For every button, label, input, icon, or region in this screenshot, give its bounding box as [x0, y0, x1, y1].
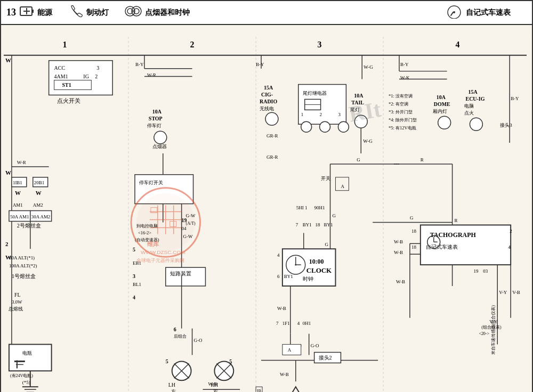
left-label: 左	[171, 389, 176, 392]
connector-a: A	[288, 348, 292, 353]
relay-num3: 3	[338, 112, 341, 117]
circuit-diagram: 1 2 3 4 W ACC 3 4AM1 IG 2 ST1 点火开关 W W W…	[1, 25, 532, 392]
relay-num1: 1	[301, 112, 303, 117]
wire-w-ib1: W	[15, 190, 21, 196]
tachograph-subtitle: 自记式车速表	[426, 244, 458, 250]
num-5-eb1: 5	[133, 247, 135, 252]
wire-r: R	[421, 157, 424, 162]
2b1-label: 20B1	[34, 180, 44, 185]
ig-num: 2	[95, 74, 98, 79]
connector3-label: 接头3	[500, 123, 512, 128]
dome-desc: 厢内灯	[433, 109, 447, 114]
battery-note: (*5)	[22, 380, 30, 385]
wire-wb-col3: W-B	[277, 306, 286, 311]
svg-text:WWW.DZSC.COM: WWW.DZSC.COM	[141, 249, 185, 255]
note-2: *2: 有空调	[389, 101, 408, 107]
wire-wg-after: W-G	[363, 138, 373, 144]
stop-label: STOP	[149, 116, 163, 121]
cig-label: CIG-	[261, 92, 273, 97]
ignition-switch-label: 点火开关	[57, 97, 80, 104]
wire-w-left: W	[5, 169, 11, 176]
fuse-box-2-label: 2号熔丝盒	[17, 223, 41, 228]
wire-by-col4: B-Y	[400, 62, 409, 67]
phone-icon	[68, 4, 83, 21]
bl1-label: BL1	[133, 282, 141, 287]
speedo-icon	[446, 4, 463, 21]
rear-combo: 后组合	[174, 334, 187, 339]
header-section-speedo: 自记式车速表	[446, 4, 511, 21]
note-3: *3: 外开门型	[389, 109, 413, 115]
svg-rect-16	[54, 80, 92, 90]
dome-label: DOME	[434, 101, 450, 107]
wire-vb: V-B	[512, 290, 520, 295]
wire-wb-tacho1: W-B	[394, 239, 403, 244]
ecu-desc-line2: 点火	[465, 110, 474, 116]
num-4: 4	[133, 295, 135, 300]
radio-label: RADIO	[260, 99, 277, 104]
num-4-col3: 4	[277, 252, 280, 258]
num-2-tacho: 2	[510, 228, 512, 234]
wire-vy: V-Y	[499, 290, 507, 295]
num-4-tacho: 4	[508, 244, 511, 250]
ig-label: IG	[83, 74, 89, 79]
alt-80-label: 80A ALT(*1)	[9, 255, 35, 260]
num-2-left: 2	[5, 241, 8, 247]
acc-num: 3	[96, 65, 99, 71]
clock-chinese-label: 时钟	[303, 276, 313, 282]
num-3-bl1: 3	[133, 273, 135, 279]
note-1: *1: 没有空调	[389, 93, 413, 99]
num-18b-tacho: 18	[411, 244, 416, 250]
lighter-icon	[125, 4, 142, 21]
parking-brake-label: 停车灯开关	[139, 180, 163, 185]
alt-100-label: 100A ALT(*2)	[9, 263, 37, 268]
lighter-fuse-label: 点烟器	[152, 144, 167, 149]
battery-24v: (有24V电瓶)	[10, 373, 33, 378]
battery-icon	[19, 4, 34, 21]
num-19-right: 19	[473, 268, 478, 274]
wire-go-col3b: G-O	[311, 343, 319, 348]
by1-label2: BY1	[324, 222, 333, 227]
lh-label: LH	[168, 382, 175, 388]
col-4: 4	[456, 40, 460, 49]
header-label-brake: 制动灯	[86, 8, 109, 18]
num-03: 03	[483, 268, 488, 274]
relay-num2: 2	[320, 112, 322, 117]
page-number: 13	[6, 7, 16, 18]
tachograph-title: TACHOGRAPH	[430, 231, 477, 239]
wire-wb-bottom2: W-B	[208, 381, 217, 387]
ecu-15a: 15A	[468, 89, 478, 95]
wire-by-col3: B-Y	[256, 62, 264, 67]
num-5hl: 5HI 1	[296, 205, 308, 210]
combo-note: (组合仪表)	[481, 325, 502, 330]
header-section-brake: 制动灯	[68, 4, 109, 21]
radio-desc: 无线电	[260, 106, 274, 111]
num-6-col2: 6	[174, 326, 176, 332]
wire-wb-vert: W-B	[280, 372, 289, 377]
note-5: *5: 有12V电瓶	[389, 125, 416, 130]
top-header: 13 能源 制动灯 点烟器和时钟 自记式车速表	[1, 1, 532, 25]
wire-wb-vert2: W-B	[396, 279, 405, 284]
fl-label: FL	[14, 292, 21, 298]
short-device-label: 短路装置	[170, 271, 191, 276]
header-label-speedo: 自记式车速表	[466, 8, 511, 18]
am1-label: 4AM1	[54, 74, 68, 79]
header-section-lighter: 点烟器和时钟	[125, 4, 190, 21]
col-2: 2	[190, 40, 195, 49]
battery-label: 电瓶	[22, 350, 32, 356]
svg-point-51	[265, 112, 278, 125]
col-3: 3	[318, 40, 322, 49]
clock-time-display: 10:00	[309, 258, 324, 265]
wire-r-col4: R	[455, 218, 458, 223]
am2-label: AM2	[33, 202, 43, 208]
ib1-label: 1IB1	[13, 180, 22, 185]
svg-point-57	[338, 121, 349, 132]
svg-rect-1	[32, 10, 34, 13]
dome-10a: 10A	[437, 94, 446, 100]
clock-title: CLOCK	[306, 266, 332, 274]
svg-point-9	[453, 11, 455, 13]
wire-g-vert: G	[333, 213, 336, 218]
svg-rect-24	[9, 345, 52, 371]
wire-wg-top: W-G	[364, 64, 373, 70]
num-90h1: 90H1	[314, 205, 325, 210]
header-section-num: 13 能源	[6, 4, 52, 21]
